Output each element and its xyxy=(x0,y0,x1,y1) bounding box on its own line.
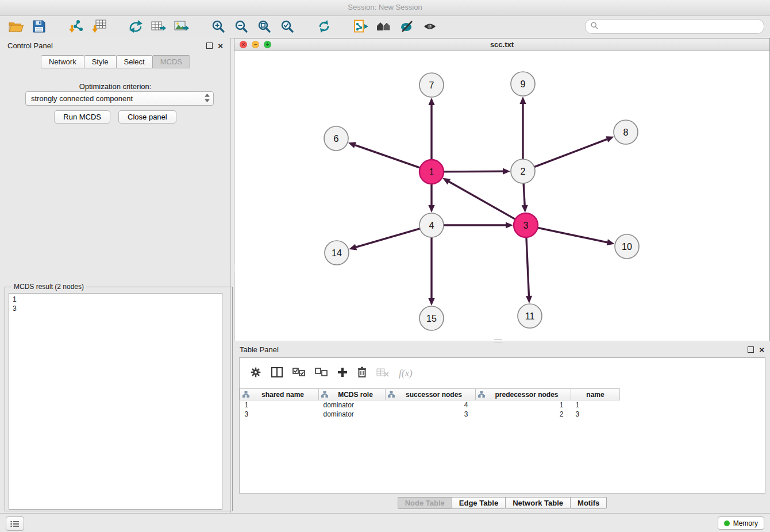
network-node[interactable]: 7 xyxy=(419,73,444,97)
optimization-criterion-select[interactable]: strongly connected component xyxy=(25,91,214,106)
network-edge[interactable] xyxy=(449,182,515,219)
memory-status-icon xyxy=(724,521,730,526)
edge-arrowhead-icon xyxy=(522,205,528,213)
network-canvas[interactable]: 7968124314101511 xyxy=(234,51,769,341)
zoom-in-button[interactable] xyxy=(207,18,230,36)
tab-select[interactable]: Select xyxy=(116,55,153,68)
open-button[interactable] xyxy=(5,18,28,36)
search-input[interactable] xyxy=(602,22,759,31)
column-header-successor-nodes[interactable]: successor nodes xyxy=(386,389,476,400)
first-neighbors-button[interactable] xyxy=(372,18,395,36)
network-node[interactable]: 15 xyxy=(419,306,444,330)
export-table-button[interactable] xyxy=(147,18,170,36)
table-row[interactable]: 1dominator411 xyxy=(240,400,620,410)
network-node[interactable]: 1 xyxy=(419,160,444,184)
network-edge[interactable] xyxy=(356,229,420,247)
table-cell[interactable]: 3 xyxy=(386,410,476,419)
column-header-mcds-role[interactable]: MCDS role xyxy=(319,389,386,400)
save-button[interactable] xyxy=(28,18,51,36)
network-node[interactable]: 2 xyxy=(511,159,535,183)
add-column-icon[interactable] xyxy=(337,367,348,380)
tab-network-table[interactable]: Network Table xyxy=(505,497,571,509)
zoom-fit-button[interactable] xyxy=(253,18,276,36)
memory-button[interactable]: Memory xyxy=(718,516,764,530)
export-image-button[interactable] xyxy=(170,18,193,36)
panel-splitter-handle[interactable] xyxy=(230,264,234,272)
delete-table-icon[interactable] xyxy=(376,368,389,379)
network-edge[interactable] xyxy=(355,145,420,168)
table-cell[interactable]: 1 xyxy=(240,400,319,410)
edge-arrowhead-icon xyxy=(348,142,356,148)
close-panel-icon[interactable]: × xyxy=(218,43,223,48)
tab-node-table[interactable]: Node Table xyxy=(398,497,452,509)
close-window-icon[interactable]: × xyxy=(240,41,247,48)
network-node[interactable]: 14 xyxy=(325,241,349,265)
table-row[interactable]: 3dominator323 xyxy=(240,410,620,419)
table-header-row: shared name MCDS role successor nodes pr… xyxy=(240,389,620,400)
panel-splitter-handle[interactable] xyxy=(494,339,502,342)
edge-arrowhead-icon xyxy=(428,298,434,306)
task-history-button[interactable] xyxy=(6,516,24,531)
column-header-predecessor-nodes[interactable]: predecessor nodes xyxy=(476,389,571,400)
edge-arrowhead-icon xyxy=(607,239,615,245)
deselect-all-icon[interactable] xyxy=(315,368,328,379)
table-cell[interactable]: 1 xyxy=(476,400,571,410)
network-node[interactable]: 11 xyxy=(518,304,542,328)
first-neighbors-houses-icon xyxy=(376,21,391,34)
import-network-button[interactable] xyxy=(64,18,87,36)
control-panel-title: Control Panel xyxy=(7,41,53,50)
settings-gear-icon[interactable] xyxy=(250,367,261,380)
tab-mcds[interactable]: MCDS xyxy=(152,55,190,68)
tab-motifs[interactable]: Motifs xyxy=(570,497,607,509)
run-mcds-button[interactable]: Run MCDS xyxy=(54,110,110,124)
show-columns-icon[interactable] xyxy=(271,367,283,380)
close-panel-button[interactable]: Close panel xyxy=(118,110,176,124)
network-edge[interactable] xyxy=(526,237,529,296)
select-all-icon[interactable] xyxy=(292,368,305,379)
control-panel: Control Panel × Network Style Select MCD… xyxy=(0,38,231,513)
column-header-name[interactable]: name xyxy=(571,389,620,400)
table-cell[interactable]: dominator xyxy=(319,410,386,419)
network-node[interactable]: 3 xyxy=(514,213,538,237)
network-node[interactable]: 8 xyxy=(614,120,638,144)
table-cell[interactable]: 3 xyxy=(571,410,620,419)
table-cell[interactable]: dominator xyxy=(319,400,386,410)
zoom-out-button[interactable] xyxy=(230,18,253,36)
new-network-from-selection-button[interactable] xyxy=(349,18,372,36)
network-edge[interactable] xyxy=(523,183,525,205)
float-panel-icon[interactable] xyxy=(206,43,213,49)
network-edge[interactable] xyxy=(444,171,503,172)
style-button[interactable] xyxy=(395,18,418,36)
table-cell[interactable]: 3 xyxy=(240,410,319,419)
network-edge[interactable] xyxy=(534,139,607,167)
export-network-button[interactable] xyxy=(124,18,147,36)
maximize-window-icon[interactable]: + xyxy=(264,41,271,48)
delete-column-icon[interactable] xyxy=(357,367,367,380)
refresh-button[interactable] xyxy=(313,18,336,36)
edge-arrowhead-icon xyxy=(428,205,434,213)
network-window-titlebar[interactable]: × – + scc.txt xyxy=(234,38,769,51)
node-label: 3 xyxy=(523,221,529,230)
tab-edge-table[interactable]: Edge Table xyxy=(452,497,506,509)
table-cell[interactable]: 4 xyxy=(386,400,476,410)
close-panel-icon[interactable]: × xyxy=(759,347,764,352)
network-node[interactable]: 4 xyxy=(419,213,444,237)
network-node[interactable]: 10 xyxy=(615,234,639,259)
show-hide-graphics-button[interactable] xyxy=(418,18,441,36)
zoom-selected-button[interactable] xyxy=(276,18,299,36)
function-builder-icon[interactable]: f(x) xyxy=(399,368,413,379)
minimize-window-icon[interactable]: – xyxy=(252,41,259,48)
network-node[interactable]: 9 xyxy=(511,72,535,96)
network-node[interactable]: 6 xyxy=(324,126,348,151)
tab-network[interactable]: Network xyxy=(41,55,84,68)
table-cell[interactable]: 1 xyxy=(571,400,620,410)
table-cell[interactable]: 2 xyxy=(476,410,571,419)
search-box[interactable] xyxy=(585,19,764,34)
mcds-result-list[interactable]: 1 3 xyxy=(9,293,222,510)
float-panel-icon[interactable] xyxy=(748,346,754,353)
network-edge[interactable] xyxy=(538,228,607,242)
column-header-shared-name[interactable]: shared name xyxy=(240,389,319,400)
import-table-button[interactable] xyxy=(87,18,110,36)
node-label: 2 xyxy=(521,167,526,176)
tab-style[interactable]: Style xyxy=(84,55,117,68)
